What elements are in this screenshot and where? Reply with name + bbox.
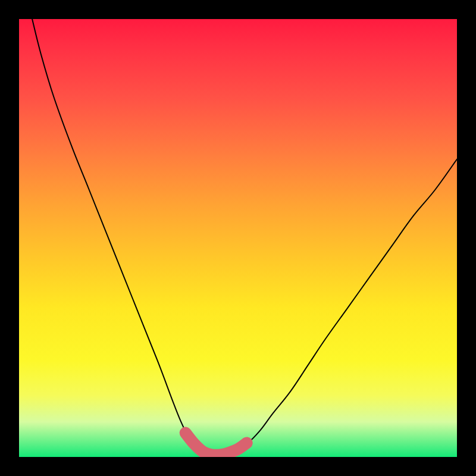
highlight-region	[186, 433, 247, 455]
curve-svg	[19, 19, 457, 457]
chart-frame: TheBottleneck.com	[0, 0, 476, 476]
plot-area: TheBottleneck.com	[19, 19, 457, 457]
bottleneck-curve	[32, 19, 457, 455]
